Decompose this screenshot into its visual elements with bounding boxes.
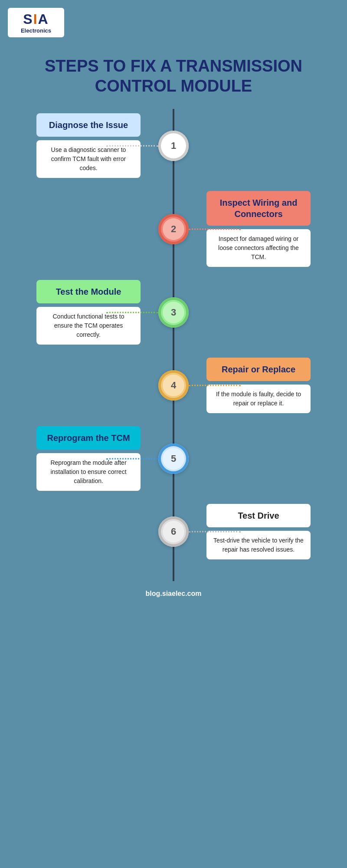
step-5-number: 5 bbox=[163, 448, 184, 470]
step-5-dotline-left bbox=[106, 458, 158, 459]
step-6-dotline-right bbox=[189, 531, 241, 533]
step-1-number: 1 bbox=[163, 135, 184, 157]
step-3-title: Test the Module bbox=[36, 280, 141, 303]
step-2-circle: 2 bbox=[158, 214, 189, 244]
step-6-title: Test Drive bbox=[206, 504, 311, 527]
step-2-dotline-right bbox=[189, 228, 241, 230]
step-4-number: 4 bbox=[163, 375, 184, 396]
timeline: Diagnose the Issue Use a diagnostic scan… bbox=[0, 109, 347, 581]
step-1-title: Diagnose the Issue bbox=[36, 113, 141, 137]
step-2-number: 2 bbox=[163, 218, 184, 240]
step-6-circle: 6 bbox=[158, 516, 189, 547]
logo: SIA Electronics bbox=[8, 8, 64, 37]
step-2-desc: Inspect for damaged wiring or loose conn… bbox=[206, 229, 311, 267]
step-5-circle: 5 bbox=[158, 444, 189, 474]
step-row-6: 6 Test Drive Test-drive the vehicle to v… bbox=[0, 504, 347, 559]
logo-text: SIA bbox=[14, 11, 58, 27]
footer-url: blog.siaelec.com bbox=[146, 590, 202, 597]
step-3-number: 3 bbox=[163, 302, 184, 323]
step-4-dotline-right bbox=[189, 385, 241, 386]
step-1-circle: 1 bbox=[158, 131, 189, 161]
step-1-dotline-left bbox=[106, 145, 158, 146]
step-row-4: 4 Repair or Replace If the module is fau… bbox=[0, 358, 347, 413]
step-2-title: Inspect Wiring and Connectors bbox=[206, 191, 311, 226]
step-row-5: Reprogram the TCM Reprogram the module a… bbox=[0, 426, 347, 491]
step-4-desc: If the module is faulty, decide to repai… bbox=[206, 385, 311, 413]
step-6-number: 6 bbox=[163, 521, 184, 542]
logo-subtitle: Electronics bbox=[14, 27, 58, 34]
step-row-2: 2 Inspect Wiring and Connectors Inspect … bbox=[0, 191, 347, 267]
step-row-3: Test the Module Conduct functional tests… bbox=[0, 280, 347, 345]
step-6-desc: Test-drive the vehicle to verify the rep… bbox=[206, 531, 311, 559]
step-4-circle: 4 bbox=[158, 370, 189, 401]
step-4-title: Repair or Replace bbox=[206, 358, 311, 381]
footer: blog.siaelec.com bbox=[0, 581, 347, 606]
step-3-dotline-left bbox=[106, 312, 158, 313]
step-row-1: Diagnose the Issue Use a diagnostic scan… bbox=[0, 113, 347, 178]
step-5-title: Reprogram the TCM bbox=[36, 426, 141, 450]
step-3-circle: 3 bbox=[158, 297, 189, 328]
